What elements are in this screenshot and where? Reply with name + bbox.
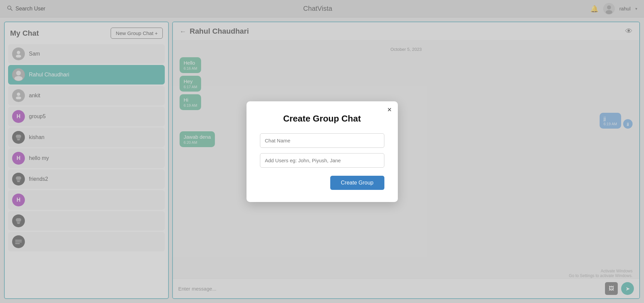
modal-overlay: × Create Group Chat Create Group (0, 0, 644, 303)
modal-title: Create Group Chat (260, 113, 384, 124)
chat-name-input[interactable] (260, 133, 384, 148)
add-users-input[interactable] (260, 153, 384, 168)
create-group-modal: × Create Group Chat Create Group (247, 101, 398, 202)
create-group-button[interactable]: Create Group (330, 176, 384, 190)
modal-btn-row: Create Group (260, 176, 384, 190)
modal-close-button[interactable]: × (387, 106, 392, 113)
